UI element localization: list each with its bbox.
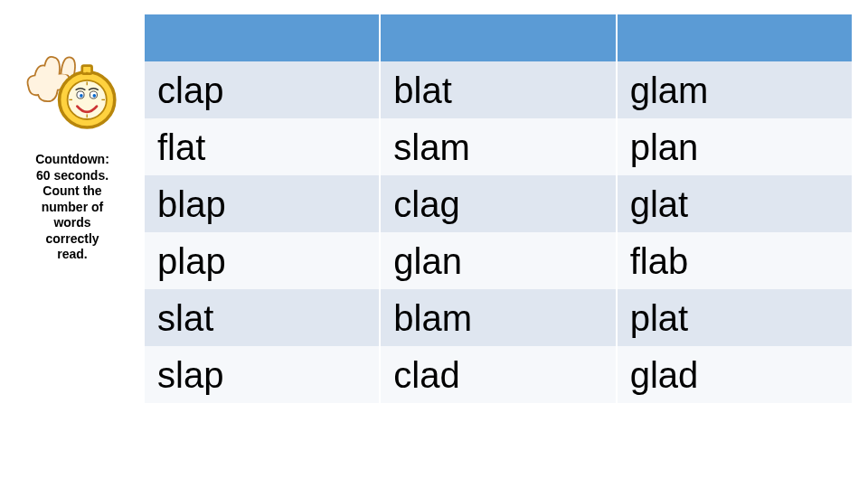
word-cell: flat (145, 118, 381, 175)
svg-point-7 (93, 94, 97, 98)
table-header-cell (618, 14, 852, 61)
table-row: plap glan flab (145, 232, 852, 289)
svg-point-6 (80, 94, 83, 98)
word-cell: blam (381, 289, 617, 346)
table-header-row (145, 14, 852, 61)
word-table: clap blat glam flat slam plan blap clag … (145, 14, 852, 403)
word-cell: clag (381, 175, 617, 232)
caption-line: number of (14, 200, 130, 216)
word-cell: slap (145, 346, 381, 403)
word-cell: clap (145, 61, 381, 118)
caption-line: words (14, 215, 130, 231)
word-cell: glat (618, 175, 852, 232)
word-cell: glan (381, 232, 617, 289)
word-cell: glad (618, 346, 852, 403)
countdown-caption: Countdown: 60 seconds. Count the number … (9, 152, 136, 263)
caption-line: read. (14, 247, 130, 263)
svg-point-3 (68, 80, 107, 119)
word-cell: blap (145, 175, 381, 232)
slide: Countdown: 60 seconds. Count the number … (0, 0, 868, 488)
word-cell: slam (381, 118, 617, 175)
table-row: clap blat glam (145, 61, 852, 118)
word-cell: glam (618, 61, 852, 118)
table-row: flat slam plan (145, 118, 852, 175)
left-column: Countdown: 60 seconds. Count the number … (9, 54, 136, 263)
word-cell: blat (381, 61, 617, 118)
table-header-cell (145, 14, 381, 61)
word-cell: plan (618, 118, 852, 175)
table-header-cell (381, 14, 617, 61)
word-cell: clad (381, 346, 617, 403)
word-cell: slat (145, 289, 381, 346)
caption-line: Count the (14, 183, 130, 200)
cartoon-clock-image (23, 54, 122, 136)
table-row: blap clag glat (145, 175, 852, 232)
table-row: slap clad glad (145, 346, 852, 403)
caption-line: correctly (14, 231, 130, 248)
caption-line: Countdown: (14, 152, 130, 168)
word-cell: plat (618, 289, 852, 346)
word-cell: flab (618, 232, 852, 289)
word-cell: plap (145, 232, 381, 289)
caption-line: 60 seconds. (14, 168, 130, 184)
table-row: slat blam plat (145, 289, 852, 346)
